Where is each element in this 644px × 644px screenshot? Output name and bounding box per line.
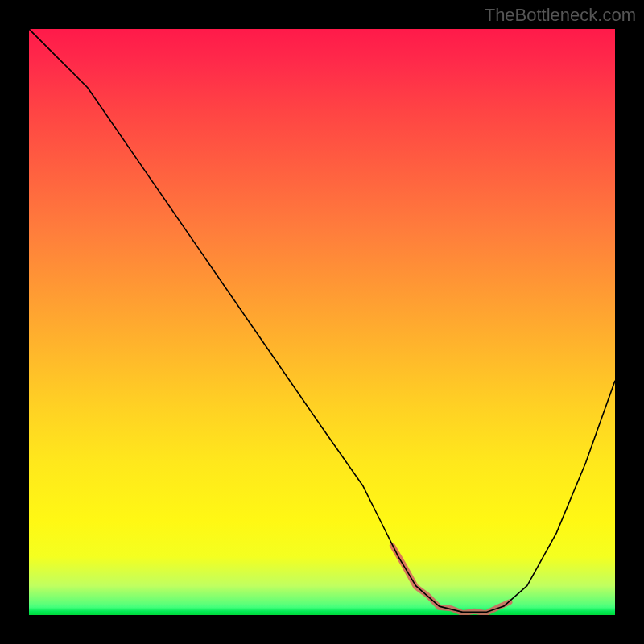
plot-area: [29, 29, 615, 615]
site-watermark: TheBottleneck.com: [485, 5, 636, 26]
curve-layer: [29, 29, 615, 615]
bottleneck-curve: [29, 29, 615, 612]
optimum-highlight: [392, 546, 510, 613]
